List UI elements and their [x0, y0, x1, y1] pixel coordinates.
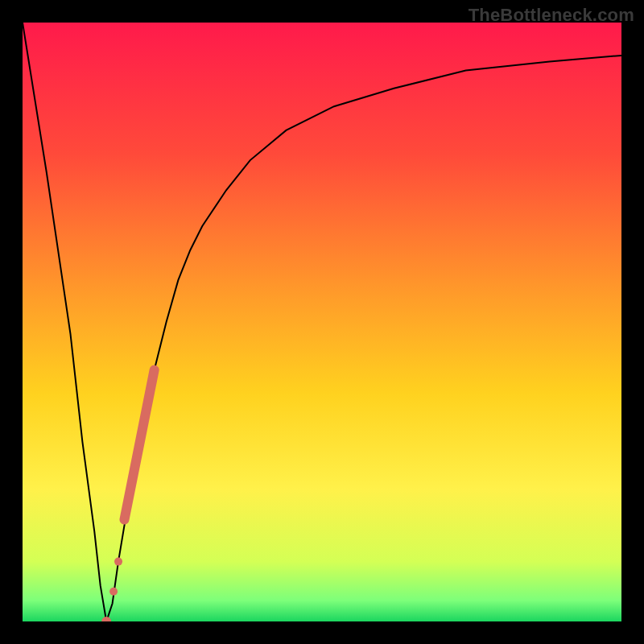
chart-frame: TheBottleneck.com — [0, 0, 644, 644]
highlight-gap-dot-1 — [109, 588, 118, 596]
watermark-text: TheBottleneck.com — [469, 5, 634, 26]
plot-area — [23, 23, 621, 621]
highlight-gap-dot-2 — [114, 558, 122, 566]
bottleneck-chart — [23, 23, 621, 621]
